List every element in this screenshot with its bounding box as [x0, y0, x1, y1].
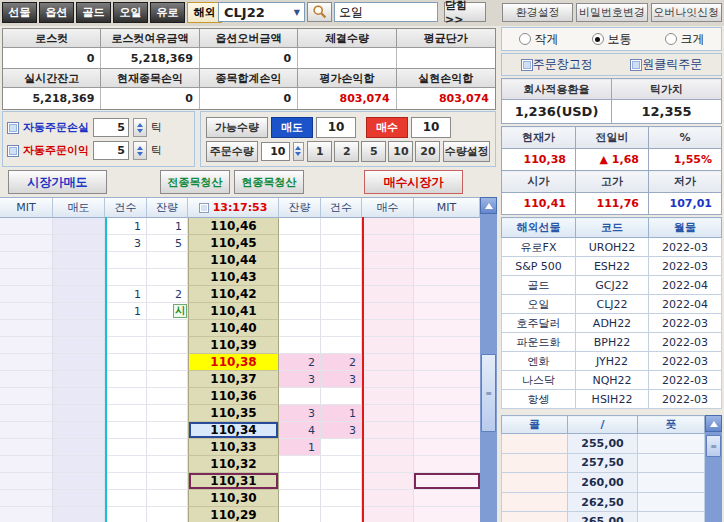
- sell-cell[interactable]: [53, 218, 105, 235]
- mit-left-cell[interactable]: [0, 439, 53, 456]
- buy-cell[interactable]: [362, 354, 414, 371]
- sell-qty-cell[interactable]: [147, 456, 188, 473]
- buy-qty-cell[interactable]: [279, 269, 321, 286]
- futures-row[interactable]: 오일CLJ222022-04: [502, 295, 722, 314]
- settings-button[interactable]: 오버나잇신청: [651, 3, 722, 22]
- size-option[interactable]: 크게: [665, 31, 705, 48]
- time-checkbox[interactable]: [199, 203, 209, 213]
- settings-button[interactable]: 환경설정: [502, 3, 573, 22]
- scroll-up-icon[interactable]: [705, 415, 722, 432]
- sell-count-cell[interactable]: [105, 388, 147, 405]
- sell-qty-cell[interactable]: [147, 252, 188, 269]
- sell-qty-cell[interactable]: 5: [147, 235, 188, 252]
- options-row[interactable]: 257,50: [502, 453, 705, 473]
- buy-count-cell[interactable]: [321, 269, 362, 286]
- checkbox-icon[interactable]: [521, 59, 533, 71]
- available-qty-button[interactable]: 가능수량: [206, 117, 268, 138]
- auto-loss-value[interactable]: 5: [93, 118, 129, 137]
- sell-count-cell[interactable]: [105, 490, 147, 507]
- buy-count-cell[interactable]: [321, 388, 362, 405]
- market-tab[interactable]: 선물: [2, 2, 37, 23]
- sell-cell[interactable]: [53, 507, 105, 522]
- qty-preset-button[interactable]: 5: [361, 141, 386, 162]
- sell-qty-cell[interactable]: 1: [147, 218, 188, 235]
- buy-cell[interactable]: [362, 235, 414, 252]
- buy-qty-cell[interactable]: [279, 218, 321, 235]
- buy-cell[interactable]: [362, 405, 414, 422]
- mit-left-cell[interactable]: [0, 337, 53, 354]
- buy-cell[interactable]: [362, 490, 414, 507]
- sell-cell[interactable]: [53, 422, 105, 439]
- window-option[interactable]: 원클릭주문: [630, 56, 702, 73]
- sell-count-cell[interactable]: [105, 456, 147, 473]
- put-cell[interactable]: [638, 473, 705, 493]
- sell-count-cell[interactable]: [105, 320, 147, 337]
- buy-count-cell[interactable]: 3: [321, 422, 362, 439]
- mit-right-cell[interactable]: [414, 354, 480, 371]
- sell-qty-cell[interactable]: [147, 507, 188, 522]
- mit-left-cell[interactable]: [0, 303, 53, 320]
- options-row[interactable]: 260,00: [502, 473, 705, 493]
- mit-left-cell[interactable]: [0, 269, 53, 286]
- buy-count-cell[interactable]: 2: [321, 354, 362, 371]
- mit-left-cell[interactable]: [0, 422, 53, 439]
- sell-count-cell[interactable]: [105, 252, 147, 269]
- options-row[interactable]: 265,00: [502, 512, 705, 522]
- buy-count-cell[interactable]: [321, 252, 362, 269]
- order-qty-value[interactable]: 10: [261, 142, 290, 161]
- mit-left-cell[interactable]: [0, 235, 53, 252]
- price-cell[interactable]: 110,43: [188, 269, 279, 286]
- buy-qty-cell[interactable]: [279, 303, 321, 320]
- mit-left-cell[interactable]: [0, 354, 53, 371]
- sell-cell[interactable]: [53, 354, 105, 371]
- mit-right-cell[interactable]: [414, 388, 480, 405]
- futures-row[interactable]: 나스닥NQH222022-03: [502, 371, 722, 390]
- mit-right-cell[interactable]: [414, 286, 480, 303]
- buy-cell[interactable]: [362, 507, 414, 522]
- buy-qty-cell[interactable]: 2: [279, 354, 321, 371]
- buy-cell[interactable]: [362, 303, 414, 320]
- sell-cell[interactable]: [53, 456, 105, 473]
- mit-left-cell[interactable]: [0, 286, 53, 303]
- mit-left-cell[interactable]: [0, 490, 53, 507]
- options-row[interactable]: 262,50: [502, 492, 705, 512]
- buy-qty-cell[interactable]: [279, 473, 321, 490]
- market-tab[interactable]: 유로: [150, 2, 185, 23]
- buy-cell[interactable]: [362, 218, 414, 235]
- mit-left-cell[interactable]: [0, 405, 53, 422]
- sell-cell[interactable]: [53, 320, 105, 337]
- price-cell[interactable]: 110,29: [188, 507, 279, 522]
- price-cell[interactable]: 110,44: [188, 252, 279, 269]
- buy-cell[interactable]: [362, 388, 414, 405]
- auto-loss-stepper[interactable]: [133, 118, 147, 137]
- sell-qty-cell[interactable]: 2: [147, 286, 188, 303]
- order-qty-button[interactable]: 주문수량: [206, 141, 258, 162]
- sell-qty-cell[interactable]: [147, 473, 188, 490]
- market-buy-button[interactable]: 매수시장가: [364, 170, 463, 194]
- buy-qty-cell[interactable]: [279, 252, 321, 269]
- mit-right-cell[interactable]: [414, 439, 480, 456]
- buy-qty-cell[interactable]: [279, 507, 321, 522]
- mit-right-cell[interactable]: [414, 252, 480, 269]
- buy-cell[interactable]: [362, 337, 414, 354]
- call-cell[interactable]: [502, 453, 568, 473]
- put-cell[interactable]: [638, 453, 705, 473]
- mit-right-cell[interactable]: [414, 371, 480, 388]
- buy-cell[interactable]: [362, 371, 414, 388]
- liquidate-all-button[interactable]: 전종목청산: [160, 170, 230, 194]
- mit-right-cell[interactable]: [414, 235, 480, 252]
- qty-preset-button[interactable]: 10: [388, 141, 413, 162]
- options-scroll-thumb[interactable]: ≡: [706, 435, 721, 457]
- sell-cell[interactable]: [53, 337, 105, 354]
- qty-preset-button[interactable]: 1: [307, 141, 332, 162]
- buy-cell[interactable]: [362, 439, 414, 456]
- size-option[interactable]: 보통: [592, 31, 632, 48]
- mit-left-cell[interactable]: [0, 473, 53, 490]
- price-cell[interactable]: 110,38: [188, 354, 279, 371]
- buy-cell[interactable]: [362, 473, 414, 490]
- symbol-name-input[interactable]: [334, 2, 438, 22]
- sell-qty-cell[interactable]: [147, 388, 188, 405]
- futures-row[interactable]: 엔화JYH222022-03: [502, 352, 722, 371]
- sell-qty-cell[interactable]: [147, 269, 188, 286]
- futures-row[interactable]: 항셍HSIH222022-03: [502, 390, 722, 409]
